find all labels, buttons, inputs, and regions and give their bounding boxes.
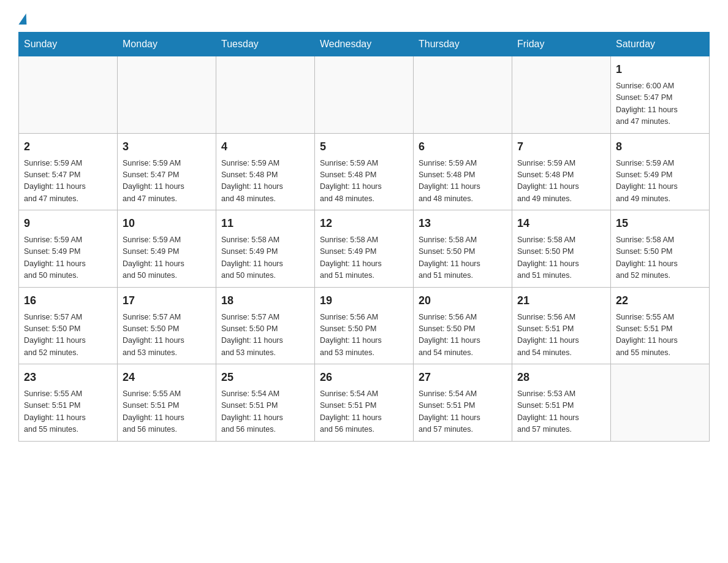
day-number: 9: [24, 215, 112, 232]
calendar-cell-week5-day5: 27Sunrise: 5:54 AMSunset: 5:51 PMDayligh…: [414, 364, 512, 442]
day-number: 5: [320, 139, 408, 155]
calendar-cell-week1-day1: [19, 56, 118, 134]
day-number: 25: [221, 369, 309, 386]
day-info: Sunrise: 5:59 AMSunset: 5:49 PMDaylight:…: [24, 234, 112, 282]
day-info: Sunrise: 5:55 AMSunset: 5:51 PMDaylight:…: [123, 388, 211, 436]
day-info: Sunrise: 5:53 AMSunset: 5:51 PMDaylight:…: [517, 388, 605, 436]
day-info: Sunrise: 5:57 AMSunset: 5:50 PMDaylight:…: [221, 312, 309, 359]
page-header: [18, 12, 710, 20]
calendar-cell-week2-day4: 5Sunrise: 5:59 AMSunset: 5:48 PMDaylight…: [315, 133, 414, 210]
day-info: Sunrise: 5:58 AMSunset: 5:49 PMDaylight:…: [320, 234, 408, 282]
day-number: 24: [123, 369, 211, 386]
day-number: 18: [221, 293, 309, 309]
week-row-4: 16Sunrise: 5:57 AMSunset: 5:50 PMDayligh…: [19, 287, 710, 364]
day-info: Sunrise: 5:59 AMSunset: 5:48 PMDaylight:…: [221, 158, 309, 205]
week-row-5: 23Sunrise: 5:55 AMSunset: 5:51 PMDayligh…: [19, 364, 710, 442]
day-info: Sunrise: 5:58 AMSunset: 5:50 PMDaylight:…: [517, 234, 605, 282]
calendar-cell-week3-day2: 10Sunrise: 5:59 AMSunset: 5:49 PMDayligh…: [118, 210, 216, 288]
day-info: Sunrise: 5:54 AMSunset: 5:51 PMDaylight:…: [419, 388, 507, 436]
day-number: 1: [616, 61, 704, 78]
logo: [18, 12, 28, 20]
calendar-cell-week1-day7: 1Sunrise: 6:00 AMSunset: 5:47 PMDaylight…: [611, 56, 710, 134]
calendar-cell-week2-day5: 6Sunrise: 5:59 AMSunset: 5:48 PMDaylight…: [414, 133, 512, 210]
calendar-cell-week4-day3: 18Sunrise: 5:57 AMSunset: 5:50 PMDayligh…: [216, 287, 315, 364]
day-number: 10: [123, 215, 211, 232]
day-number: 6: [419, 139, 507, 155]
calendar-cell-week3-day5: 13Sunrise: 5:58 AMSunset: 5:50 PMDayligh…: [414, 210, 512, 288]
calendar-cell-week2-day7: 8Sunrise: 5:59 AMSunset: 5:49 PMDaylight…: [611, 133, 710, 210]
day-number: 17: [123, 293, 211, 309]
day-info: Sunrise: 5:59 AMSunset: 5:48 PMDaylight:…: [517, 158, 605, 205]
week-row-1: 1Sunrise: 6:00 AMSunset: 5:47 PMDaylight…: [19, 56, 710, 134]
day-number: 4: [221, 139, 309, 155]
day-number: 11: [221, 215, 309, 232]
calendar-cell-week4-day6: 21Sunrise: 5:56 AMSunset: 5:51 PMDayligh…: [512, 287, 611, 364]
day-info: Sunrise: 5:55 AMSunset: 5:51 PMDaylight:…: [24, 388, 112, 436]
calendar-cell-week5-day7: [611, 364, 710, 442]
calendar-cell-week4-day7: 22Sunrise: 5:55 AMSunset: 5:51 PMDayligh…: [611, 287, 710, 364]
logo-line1: [18, 12, 28, 23]
day-number: 2: [24, 139, 112, 155]
day-info: Sunrise: 5:54 AMSunset: 5:51 PMDaylight:…: [221, 388, 309, 436]
calendar-cell-week3-day6: 14Sunrise: 5:58 AMSunset: 5:50 PMDayligh…: [512, 210, 611, 288]
day-info: Sunrise: 5:56 AMSunset: 5:51 PMDaylight:…: [517, 312, 605, 359]
day-info: Sunrise: 5:59 AMSunset: 5:49 PMDaylight:…: [123, 234, 211, 282]
day-number: 8: [616, 139, 704, 155]
day-info: Sunrise: 5:58 AMSunset: 5:50 PMDaylight:…: [419, 234, 507, 282]
calendar-cell-week1-day4: [315, 56, 414, 134]
col-wednesday: Wednesday: [315, 33, 414, 56]
day-info: Sunrise: 5:59 AMSunset: 5:47 PMDaylight:…: [24, 158, 112, 205]
day-info: Sunrise: 5:56 AMSunset: 5:50 PMDaylight:…: [320, 312, 408, 359]
day-number: 15: [616, 215, 704, 232]
day-number: 16: [24, 293, 112, 309]
calendar-cell-week3-day3: 11Sunrise: 5:58 AMSunset: 5:49 PMDayligh…: [216, 210, 315, 288]
calendar-cell-week5-day3: 25Sunrise: 5:54 AMSunset: 5:51 PMDayligh…: [216, 364, 315, 442]
day-info: Sunrise: 5:54 AMSunset: 5:51 PMDaylight:…: [320, 388, 408, 436]
day-number: 7: [517, 139, 605, 155]
day-number: 19: [320, 293, 408, 309]
col-monday: Monday: [118, 33, 216, 56]
day-number: 28: [517, 369, 605, 386]
day-info: Sunrise: 5:55 AMSunset: 5:51 PMDaylight:…: [616, 312, 704, 359]
day-number: 3: [123, 139, 211, 155]
logo-triangle-icon: [18, 13, 28, 25]
col-thursday: Thursday: [414, 33, 512, 56]
day-number: 12: [320, 215, 408, 232]
calendar-cell-week4-day2: 17Sunrise: 5:57 AMSunset: 5:50 PMDayligh…: [118, 287, 216, 364]
day-info: Sunrise: 5:57 AMSunset: 5:50 PMDaylight:…: [123, 312, 211, 359]
week-row-3: 9Sunrise: 5:59 AMSunset: 5:49 PMDaylight…: [19, 210, 710, 288]
day-info: Sunrise: 5:59 AMSunset: 5:48 PMDaylight:…: [320, 158, 408, 205]
calendar-cell-week5-day1: 23Sunrise: 5:55 AMSunset: 5:51 PMDayligh…: [19, 364, 118, 442]
day-info: Sunrise: 5:56 AMSunset: 5:50 PMDaylight:…: [419, 312, 507, 359]
day-number: 20: [419, 293, 507, 309]
calendar-header-row: Sunday Monday Tuesday Wednesday Thursday…: [19, 33, 710, 56]
day-number: 21: [517, 293, 605, 309]
day-info: Sunrise: 5:59 AMSunset: 5:47 PMDaylight:…: [123, 158, 211, 205]
calendar-cell-week4-day1: 16Sunrise: 5:57 AMSunset: 5:50 PMDayligh…: [19, 287, 118, 364]
calendar-cell-week2-day6: 7Sunrise: 5:59 AMSunset: 5:48 PMDaylight…: [512, 133, 611, 210]
col-saturday: Saturday: [611, 33, 710, 56]
col-friday: Friday: [512, 33, 611, 56]
calendar-cell-week1-day5: [414, 56, 512, 134]
calendar-cell-week5-day2: 24Sunrise: 5:55 AMSunset: 5:51 PMDayligh…: [118, 364, 216, 442]
calendar-table: Sunday Monday Tuesday Wednesday Thursday…: [18, 32, 710, 442]
day-number: 26: [320, 369, 408, 386]
day-number: 27: [419, 369, 507, 386]
day-number: 22: [616, 293, 704, 309]
week-row-2: 2Sunrise: 5:59 AMSunset: 5:47 PMDaylight…: [19, 133, 710, 210]
day-info: Sunrise: 5:58 AMSunset: 5:49 PMDaylight:…: [221, 234, 309, 282]
calendar-cell-week1-day2: [118, 56, 216, 134]
calendar-cell-week4-day5: 20Sunrise: 5:56 AMSunset: 5:50 PMDayligh…: [414, 287, 512, 364]
day-info: Sunrise: 6:00 AMSunset: 5:47 PMDaylight:…: [616, 80, 704, 128]
calendar-cell-week4-day4: 19Sunrise: 5:56 AMSunset: 5:50 PMDayligh…: [315, 287, 414, 364]
calendar-cell-week1-day6: [512, 56, 611, 134]
calendar-cell-week2-day2: 3Sunrise: 5:59 AMSunset: 5:47 PMDaylight…: [118, 133, 216, 210]
calendar-cell-week3-day7: 15Sunrise: 5:58 AMSunset: 5:50 PMDayligh…: [611, 210, 710, 288]
calendar-cell-week1-day3: [216, 56, 315, 134]
calendar-cell-week3-day1: 9Sunrise: 5:59 AMSunset: 5:49 PMDaylight…: [19, 210, 118, 288]
calendar-cell-week5-day6: 28Sunrise: 5:53 AMSunset: 5:51 PMDayligh…: [512, 364, 611, 442]
calendar-cell-week5-day4: 26Sunrise: 5:54 AMSunset: 5:51 PMDayligh…: [315, 364, 414, 442]
col-tuesday: Tuesday: [216, 33, 315, 56]
day-number: 14: [517, 215, 605, 232]
day-info: Sunrise: 5:57 AMSunset: 5:50 PMDaylight:…: [24, 312, 112, 359]
